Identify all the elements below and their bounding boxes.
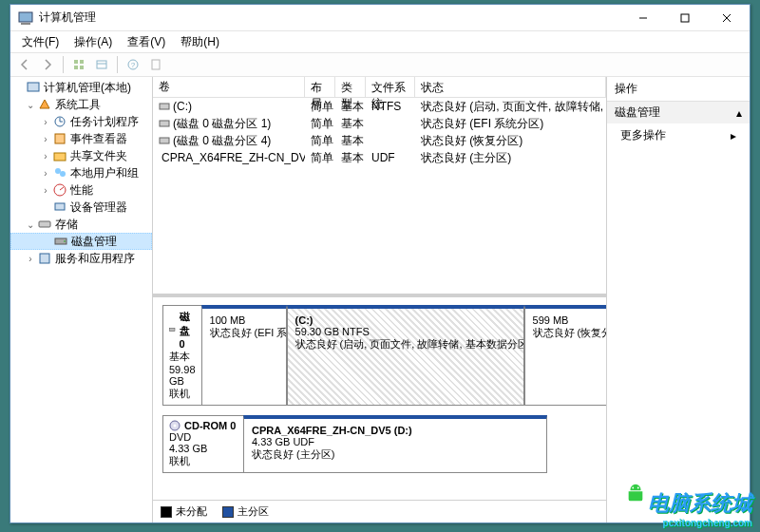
forward-button[interactable] bbox=[37, 54, 58, 75]
partition[interactable]: 599 MB状态良好 (恢复分区) bbox=[524, 305, 606, 406]
svg-rect-30 bbox=[160, 104, 169, 109]
legend: 未分配 主分区 bbox=[153, 500, 606, 522]
svg-point-36 bbox=[174, 425, 177, 428]
cdrom-0-info[interactable]: CD-ROM 0 DVD 4.33 GB 联机 bbox=[162, 415, 243, 473]
minimize-button[interactable] bbox=[622, 6, 664, 30]
disk-graph: 磁盘 0 基本 59.98 GB 联机 100 MB状态良好 (EFI 系统分区… bbox=[153, 297, 606, 500]
android-icon bbox=[625, 483, 646, 504]
partition[interactable]: CPRA_X64FRE_ZH-CN_DV5 (D:)4.33 GB UDF状态良… bbox=[243, 415, 547, 473]
disk-0-info[interactable]: 磁盘 0 基本 59.98 GB 联机 bbox=[162, 305, 201, 406]
col-status[interactable]: 状态 bbox=[415, 77, 606, 97]
main-panel: 卷 布局 类型 文件系统 状态 (C:)简单基本NTFS状态良好 (启动, 页面… bbox=[153, 77, 607, 522]
col-type[interactable]: 类型 bbox=[335, 77, 366, 97]
chevron-right-icon: ▸ bbox=[731, 129, 736, 142]
refresh-button[interactable] bbox=[91, 54, 112, 75]
svg-rect-20 bbox=[54, 153, 66, 161]
nav-tree: 计算机管理(本地) ⌄系统工具 ›任务计划程序 ›事件查看器 ›共享文件夹 ›本… bbox=[10, 77, 153, 522]
menu-view[interactable]: 查看(V) bbox=[120, 32, 173, 52]
partition[interactable]: (C:)59.30 GB NTFS状态良好 (启动, 页面文件, 故障转储, 基… bbox=[287, 305, 524, 406]
svg-point-28 bbox=[64, 240, 66, 242]
volume-row[interactable]: (磁盘 0 磁盘分区 4)简单基本状态良好 (恢复分区) bbox=[153, 132, 606, 149]
app-icon bbox=[18, 10, 33, 26]
menu-file[interactable]: 文件(F) bbox=[14, 32, 66, 52]
svg-rect-25 bbox=[55, 203, 65, 210]
col-volume[interactable]: 卷 bbox=[153, 77, 305, 97]
svg-rect-15 bbox=[28, 83, 39, 91]
volume-row[interactable]: CPRA_X64FRE_ZH-CN_DV5 (D:)简单基本UDF状态良好 (主… bbox=[153, 149, 606, 166]
collapse-icon: ▴ bbox=[736, 106, 742, 120]
cdrom-0: CD-ROM 0 DVD 4.33 GB 联机 CPRA_X64FRE_ZH-C… bbox=[162, 415, 597, 473]
close-button[interactable] bbox=[706, 6, 748, 30]
menubar: 文件(F) 操作(A) 查看(V) 帮助(H) bbox=[10, 31, 750, 52]
svg-rect-10 bbox=[97, 61, 106, 68]
svg-rect-9 bbox=[80, 66, 84, 69]
svg-rect-19 bbox=[55, 134, 65, 143]
svg-rect-7 bbox=[80, 60, 84, 64]
tree-task-scheduler[interactable]: ›任务计划程序 bbox=[10, 113, 152, 130]
actions-category[interactable]: 磁盘管理▴ bbox=[607, 102, 750, 124]
window-title: 计算机管理 bbox=[39, 10, 622, 26]
tree-disk-management[interactable]: 磁盘管理 bbox=[10, 233, 152, 250]
legend-primary: 主分区 bbox=[222, 504, 269, 519]
tree-root[interactable]: 计算机管理(本地) bbox=[10, 79, 152, 96]
col-fs[interactable]: 文件系统 bbox=[366, 77, 415, 97]
svg-rect-14 bbox=[152, 60, 160, 69]
help-button[interactable]: ? bbox=[123, 54, 143, 75]
svg-rect-3 bbox=[681, 14, 689, 22]
svg-rect-29 bbox=[40, 254, 49, 263]
volume-header: 卷 布局 类型 文件系统 状态 bbox=[153, 77, 606, 98]
svg-rect-31 bbox=[160, 121, 169, 126]
tree-device-manager[interactable]: 设备管理器 bbox=[10, 199, 152, 216]
svg-rect-0 bbox=[19, 12, 32, 22]
tree-local-users[interactable]: ›本地用户和组 bbox=[10, 164, 152, 181]
menu-action[interactable]: 操作(A) bbox=[66, 32, 120, 52]
svg-rect-32 bbox=[160, 138, 169, 143]
maximize-button[interactable] bbox=[664, 6, 706, 30]
actions-panel: 操作 磁盘管理▴ 更多操作▸ bbox=[607, 77, 750, 522]
settings-button[interactable] bbox=[145, 54, 166, 75]
menu-help[interactable]: 帮助(H) bbox=[173, 32, 227, 52]
svg-rect-26 bbox=[39, 221, 50, 227]
volume-row[interactable]: (C:)简单基本NTFS状态良好 (启动, 页面文件, 故障转储, 基本数据分区… bbox=[153, 98, 606, 115]
svg-point-38 bbox=[637, 487, 639, 489]
svg-rect-8 bbox=[74, 66, 78, 69]
toolbar: ? bbox=[10, 52, 750, 77]
actions-header: 操作 bbox=[607, 77, 750, 102]
view-button[interactable] bbox=[68, 54, 89, 75]
svg-text:?: ? bbox=[131, 61, 136, 69]
svg-point-21 bbox=[55, 168, 61, 174]
watermark: 电脑系统城 pcxitongcheng.com bbox=[648, 489, 752, 528]
svg-rect-34 bbox=[170, 328, 175, 331]
disk-0: 磁盘 0 基本 59.98 GB 联机 100 MB状态良好 (EFI 系统分区… bbox=[162, 305, 597, 406]
legend-unallocated: 未分配 bbox=[161, 504, 207, 519]
back-button[interactable] bbox=[14, 54, 35, 75]
titlebar: 计算机管理 bbox=[10, 5, 750, 31]
tree-storage[interactable]: ⌄存储 bbox=[10, 216, 152, 233]
actions-more[interactable]: 更多操作▸ bbox=[607, 124, 750, 147]
svg-point-22 bbox=[60, 171, 66, 177]
app-window: 计算机管理 文件(F) 操作(A) 查看(V) 帮助(H) ? 计算机管理(本地… bbox=[10, 4, 750, 523]
svg-point-37 bbox=[632, 487, 634, 489]
col-layout[interactable]: 布局 bbox=[305, 77, 335, 97]
tree-event-viewer[interactable]: ›事件查看器 bbox=[10, 130, 152, 147]
volume-row[interactable]: (磁盘 0 磁盘分区 1)简单基本状态良好 (EFI 系统分区) bbox=[153, 115, 606, 132]
svg-rect-6 bbox=[74, 60, 78, 64]
tree-system-tools[interactable]: ⌄系统工具 bbox=[10, 96, 152, 113]
tree-shared-folders[interactable]: ›共享文件夹 bbox=[10, 147, 152, 164]
svg-rect-1 bbox=[21, 23, 30, 25]
tree-performance[interactable]: ›性能 bbox=[10, 181, 152, 199]
svg-line-24 bbox=[60, 187, 64, 190]
volume-list: 卷 布局 类型 文件系统 状态 (C:)简单基本NTFS状态良好 (启动, 页面… bbox=[153, 77, 606, 297]
tree-services[interactable]: ›服务和应用程序 bbox=[10, 250, 152, 267]
partition[interactable]: 100 MB状态良好 (EFI 系统分区) bbox=[201, 305, 287, 406]
